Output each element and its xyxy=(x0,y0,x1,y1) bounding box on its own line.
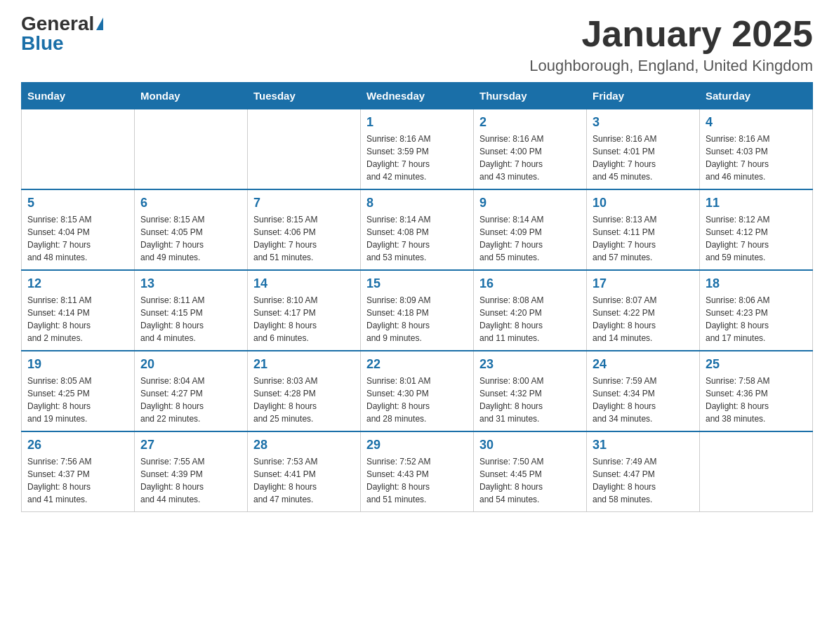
day-number: 1 xyxy=(366,115,468,130)
day-number: 17 xyxy=(593,276,694,291)
day-number: 7 xyxy=(253,196,355,210)
calendar-body: 1Sunrise: 8:16 AM Sunset: 3:59 PM Daylig… xyxy=(22,109,813,512)
day-number: 14 xyxy=(253,276,355,291)
day-number: 28 xyxy=(253,438,355,452)
calendar-cell: 30Sunrise: 7:50 AM Sunset: 4:45 PM Dayli… xyxy=(474,431,587,512)
day-info: Sunrise: 8:00 AM Sunset: 4:32 PM Dayligh… xyxy=(479,375,581,425)
day-number: 3 xyxy=(593,115,694,130)
calendar-cell xyxy=(22,109,135,190)
weekday-header-monday: Monday xyxy=(135,83,248,109)
day-info: Sunrise: 7:56 AM Sunset: 4:37 PM Dayligh… xyxy=(27,455,128,506)
month-title: January 2025 xyxy=(529,14,813,54)
day-info: Sunrise: 8:05 AM Sunset: 4:25 PM Dayligh… xyxy=(27,375,128,425)
day-info: Sunrise: 8:15 AM Sunset: 4:06 PM Dayligh… xyxy=(253,213,355,264)
day-info: Sunrise: 8:09 AM Sunset: 4:18 PM Dayligh… xyxy=(366,294,468,344)
calendar-week-4: 19Sunrise: 8:05 AM Sunset: 4:25 PM Dayli… xyxy=(22,351,813,431)
calendar-cell: 20Sunrise: 8:04 AM Sunset: 4:27 PM Dayli… xyxy=(135,351,248,431)
day-number: 30 xyxy=(479,438,581,452)
day-info: Sunrise: 8:11 AM Sunset: 4:15 PM Dayligh… xyxy=(140,294,241,344)
day-info: Sunrise: 7:55 AM Sunset: 4:39 PM Dayligh… xyxy=(140,455,241,506)
day-info: Sunrise: 8:16 AM Sunset: 4:01 PM Dayligh… xyxy=(593,133,694,183)
day-number: 25 xyxy=(706,357,807,372)
day-number: 29 xyxy=(366,438,468,452)
calendar-cell: 7Sunrise: 8:15 AM Sunset: 4:06 PM Daylig… xyxy=(248,189,361,270)
day-info: Sunrise: 8:13 AM Sunset: 4:11 PM Dayligh… xyxy=(593,213,694,264)
calendar-week-3: 12Sunrise: 8:11 AM Sunset: 4:14 PM Dayli… xyxy=(22,270,813,351)
calendar-cell: 29Sunrise: 7:52 AM Sunset: 4:43 PM Dayli… xyxy=(361,431,474,512)
day-info: Sunrise: 8:12 AM Sunset: 4:12 PM Dayligh… xyxy=(706,213,807,264)
calendar-cell: 4Sunrise: 8:16 AM Sunset: 4:03 PM Daylig… xyxy=(700,109,813,190)
day-info: Sunrise: 7:52 AM Sunset: 4:43 PM Dayligh… xyxy=(366,455,468,506)
day-number: 12 xyxy=(27,276,128,291)
calendar-cell: 18Sunrise: 8:06 AM Sunset: 4:23 PM Dayli… xyxy=(700,270,813,351)
calendar-cell: 2Sunrise: 8:16 AM Sunset: 4:00 PM Daylig… xyxy=(474,109,587,190)
calendar-cell: 6Sunrise: 8:15 AM Sunset: 4:05 PM Daylig… xyxy=(135,189,248,270)
day-info: Sunrise: 7:53 AM Sunset: 4:41 PM Dayligh… xyxy=(253,455,355,506)
logo: General Blue xyxy=(21,14,103,53)
calendar-cell: 21Sunrise: 8:03 AM Sunset: 4:28 PM Dayli… xyxy=(248,351,361,431)
day-info: Sunrise: 8:15 AM Sunset: 4:05 PM Dayligh… xyxy=(140,213,241,264)
calendar-cell: 22Sunrise: 8:01 AM Sunset: 4:30 PM Dayli… xyxy=(361,351,474,431)
day-info: Sunrise: 8:16 AM Sunset: 3:59 PM Dayligh… xyxy=(366,133,468,183)
logo-triangle-icon xyxy=(96,18,103,30)
day-number: 16 xyxy=(479,276,581,291)
day-number: 10 xyxy=(593,196,694,210)
day-info: Sunrise: 8:06 AM Sunset: 4:23 PM Dayligh… xyxy=(706,294,807,344)
day-info: Sunrise: 7:49 AM Sunset: 4:47 PM Dayligh… xyxy=(593,455,694,506)
weekday-header-wednesday: Wednesday xyxy=(361,83,474,109)
day-info: Sunrise: 8:04 AM Sunset: 4:27 PM Dayligh… xyxy=(140,375,241,425)
day-info: Sunrise: 8:08 AM Sunset: 4:20 PM Dayligh… xyxy=(479,294,581,344)
calendar-cell xyxy=(700,431,813,512)
weekday-header-sunday: Sunday xyxy=(22,83,135,109)
calendar-cell: 1Sunrise: 8:16 AM Sunset: 3:59 PM Daylig… xyxy=(361,109,474,190)
day-number: 31 xyxy=(593,438,694,452)
day-number: 22 xyxy=(366,357,468,372)
calendar-cell: 17Sunrise: 8:07 AM Sunset: 4:22 PM Dayli… xyxy=(587,270,700,351)
day-number: 11 xyxy=(706,196,807,210)
calendar-cell: 11Sunrise: 8:12 AM Sunset: 4:12 PM Dayli… xyxy=(700,189,813,270)
calendar-cell: 31Sunrise: 7:49 AM Sunset: 4:47 PM Dayli… xyxy=(587,431,700,512)
day-number: 27 xyxy=(140,438,241,452)
day-number: 6 xyxy=(140,196,241,210)
day-info: Sunrise: 7:58 AM Sunset: 4:36 PM Dayligh… xyxy=(706,375,807,425)
calendar-cell xyxy=(248,109,361,190)
day-number: 9 xyxy=(479,196,581,210)
calendar-cell: 24Sunrise: 7:59 AM Sunset: 4:34 PM Dayli… xyxy=(587,351,700,431)
calendar-cell: 16Sunrise: 8:08 AM Sunset: 4:20 PM Dayli… xyxy=(474,270,587,351)
calendar-cell: 9Sunrise: 8:14 AM Sunset: 4:09 PM Daylig… xyxy=(474,189,587,270)
day-info: Sunrise: 7:50 AM Sunset: 4:45 PM Dayligh… xyxy=(479,455,581,506)
calendar-cell: 13Sunrise: 8:11 AM Sunset: 4:15 PM Dayli… xyxy=(135,270,248,351)
day-info: Sunrise: 8:16 AM Sunset: 4:03 PM Dayligh… xyxy=(706,133,807,183)
day-info: Sunrise: 8:14 AM Sunset: 4:08 PM Dayligh… xyxy=(366,213,468,264)
calendar-cell: 25Sunrise: 7:58 AM Sunset: 4:36 PM Dayli… xyxy=(700,351,813,431)
day-info: Sunrise: 8:10 AM Sunset: 4:17 PM Dayligh… xyxy=(253,294,355,344)
day-info: Sunrise: 8:15 AM Sunset: 4:04 PM Dayligh… xyxy=(27,213,128,264)
calendar-cell: 5Sunrise: 8:15 AM Sunset: 4:04 PM Daylig… xyxy=(22,189,135,270)
day-number: 4 xyxy=(706,115,807,130)
day-info: Sunrise: 8:11 AM Sunset: 4:14 PM Dayligh… xyxy=(27,294,128,344)
weekday-header-thursday: Thursday xyxy=(474,83,587,109)
calendar-cell: 10Sunrise: 8:13 AM Sunset: 4:11 PM Dayli… xyxy=(587,189,700,270)
calendar-cell: 27Sunrise: 7:55 AM Sunset: 4:39 PM Dayli… xyxy=(135,431,248,512)
day-number: 24 xyxy=(593,357,694,372)
calendar-cell: 19Sunrise: 8:05 AM Sunset: 4:25 PM Dayli… xyxy=(22,351,135,431)
day-info: Sunrise: 8:07 AM Sunset: 4:22 PM Dayligh… xyxy=(593,294,694,344)
calendar-cell xyxy=(135,109,248,190)
day-number: 5 xyxy=(27,196,128,210)
calendar-week-2: 5Sunrise: 8:15 AM Sunset: 4:04 PM Daylig… xyxy=(22,189,813,270)
calendar-week-1: 1Sunrise: 8:16 AM Sunset: 3:59 PM Daylig… xyxy=(22,109,813,190)
calendar-cell: 14Sunrise: 8:10 AM Sunset: 4:17 PM Dayli… xyxy=(248,270,361,351)
weekday-header-tuesday: Tuesday xyxy=(248,83,361,109)
day-number: 2 xyxy=(479,115,581,130)
day-number: 21 xyxy=(253,357,355,372)
calendar-cell: 3Sunrise: 8:16 AM Sunset: 4:01 PM Daylig… xyxy=(587,109,700,190)
day-info: Sunrise: 8:14 AM Sunset: 4:09 PM Dayligh… xyxy=(479,213,581,264)
weekday-header-saturday: Saturday xyxy=(700,83,813,109)
calendar-table: SundayMondayTuesdayWednesdayThursdayFrid… xyxy=(21,82,813,512)
day-info: Sunrise: 8:03 AM Sunset: 4:28 PM Dayligh… xyxy=(253,375,355,425)
calendar-cell: 12Sunrise: 8:11 AM Sunset: 4:14 PM Dayli… xyxy=(22,270,135,351)
day-number: 20 xyxy=(140,357,241,372)
calendar-cell: 26Sunrise: 7:56 AM Sunset: 4:37 PM Dayli… xyxy=(22,431,135,512)
calendar-cell: 15Sunrise: 8:09 AM Sunset: 4:18 PM Dayli… xyxy=(361,270,474,351)
day-number: 18 xyxy=(706,276,807,291)
